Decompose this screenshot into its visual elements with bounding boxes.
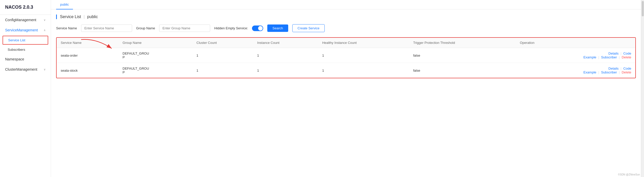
sidebar-sub-label: Subscribers	[8, 48, 25, 52]
delete-link[interactable]: Delete	[622, 55, 631, 59]
col-group-name: Group Name	[119, 38, 193, 48]
cell-healthy-instance-count: 1	[318, 48, 409, 63]
col-trigger-threshold: Trigger Protection Threshold	[409, 38, 516, 48]
sidebar-item-namespace[interactable]: Namespace	[0, 54, 51, 64]
cell-operation: Details | Code Example | Subscriber | De…	[516, 63, 635, 78]
search-button[interactable]: Search	[267, 24, 288, 32]
sidebar-item-label: ServiceManagement	[5, 28, 38, 32]
service-table-wrapper: Service Name	[56, 37, 636, 78]
subscriber-link[interactable]: Subscriber	[601, 70, 617, 74]
scrollbar-track[interactable]	[641, 0, 644, 177]
table-row: seata-stock DEFAULT_GROUP 1 1 1 false De…	[57, 63, 635, 78]
group-name-input[interactable]	[159, 24, 210, 32]
sidebar-item-label: ClusterManagement	[5, 67, 37, 71]
code-example-link[interactable]: Code	[623, 67, 631, 70]
col-service-name: Service Name	[57, 38, 119, 48]
example-link[interactable]: Example	[583, 55, 596, 59]
cell-service-name: seata-order	[57, 48, 119, 63]
hidden-empty-toggle[interactable]	[252, 26, 263, 31]
subscriber-link[interactable]: Subscriber	[601, 55, 617, 59]
cell-instance-count: 1	[253, 63, 318, 78]
details-link[interactable]: Details	[609, 67, 619, 70]
cell-healthy-instance-count: 1	[318, 63, 409, 78]
chevron-up-icon: ∧	[44, 29, 46, 32]
tab-public[interactable]: public	[56, 0, 73, 9]
sidebar-item-subscribers[interactable]: Subscribers	[0, 45, 51, 54]
hidden-empty-label: Hidden Empty Service:	[214, 26, 248, 30]
col-instance-count: Instance Count	[253, 38, 318, 48]
content-area: Service List | public Service Name Group…	[51, 9, 641, 177]
table-header-row: Service Name	[57, 38, 635, 48]
table-row: seata-order DEFAULT_GROUP 1 1 1 false De…	[57, 48, 635, 63]
page-title: Service List	[60, 15, 81, 19]
cell-group-name: DEFAULT_GROUP	[119, 48, 193, 63]
scrollbar-thumb[interactable]	[642, 1, 644, 16]
copyright: ©SDN @ZNineSun	[618, 173, 640, 176]
sidebar: NACOS 2.0.3 ConfigManagement ∨ ServiceMa…	[0, 0, 51, 177]
sidebar-item-service-list[interactable]: Service List	[3, 36, 48, 45]
create-service-button[interactable]: Create Service	[292, 24, 325, 32]
col-operation: Operation	[516, 38, 635, 48]
filter-bar: Service Name Group Name Hidden Empty Ser…	[56, 24, 636, 32]
chevron-down-icon: ∨	[44, 18, 46, 22]
main-content: public Service List | public Service Nam…	[51, 0, 641, 177]
header-separator: |	[84, 15, 85, 19]
cell-trigger-threshold: false	[409, 48, 516, 63]
cell-trigger-threshold: false	[409, 63, 516, 78]
tabs-bar: public	[51, 0, 641, 9]
sidebar-item-label: ConfigManagement	[5, 18, 36, 22]
page-breadcrumb: public	[87, 15, 98, 19]
group-name-label: Group Name	[136, 26, 155, 30]
sidebar-item-label: Namespace	[5, 57, 24, 61]
cell-cluster-count: 1	[192, 63, 253, 78]
col-cluster-count: Cluster Count	[192, 38, 253, 48]
col-healthy-instance-count: Healthy Instance Count	[318, 38, 409, 48]
sidebar-sub-label: Service List	[8, 38, 25, 42]
page-header: Service List | public	[56, 15, 636, 19]
service-name-input[interactable]	[81, 24, 132, 32]
cell-group-name: DEFAULT_GROUP	[119, 63, 193, 78]
chevron-down-icon: ∨	[44, 68, 46, 71]
app-title: NACOS 2.0.3	[0, 0, 51, 15]
cell-cluster-count: 1	[192, 48, 253, 63]
sidebar-item-cluster-management[interactable]: ClusterManagement ∨	[0, 64, 51, 74]
delete-link[interactable]: Delete	[622, 70, 631, 74]
sidebar-item-service-management[interactable]: ServiceManagement ∧	[0, 25, 51, 35]
cell-instance-count: 1	[253, 48, 318, 63]
cell-operation: Details | Code Example | Subscriber | De…	[516, 48, 635, 63]
details-link[interactable]: Details	[609, 52, 619, 55]
example-link[interactable]: Example	[583, 70, 596, 74]
cell-service-name: seata-stock	[57, 63, 119, 78]
code-example-link[interactable]: Code	[623, 52, 631, 55]
sidebar-item-config-management[interactable]: ConfigManagement ∨	[0, 15, 51, 25]
service-table: Service Name	[57, 38, 635, 78]
service-name-label: Service Name	[56, 26, 77, 30]
